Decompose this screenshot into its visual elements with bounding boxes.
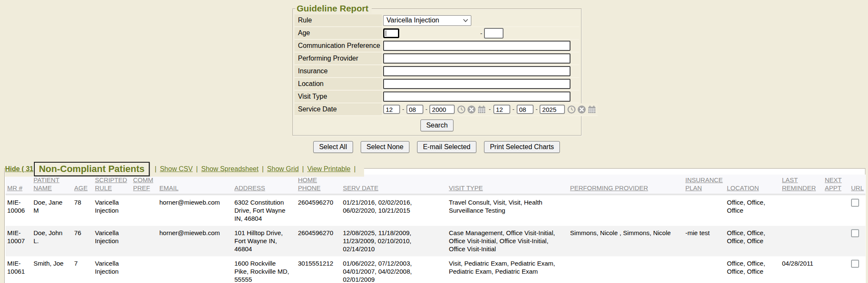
column-header-url[interactable]: URL (849, 175, 865, 194)
print-selected-charts-button[interactable]: Print Selected Charts (484, 141, 560, 153)
show-grid-link[interactable]: Show Grid (267, 165, 299, 173)
column-header-serv-date[interactable]: SERV DATE (341, 175, 447, 194)
time-icon[interactable] (567, 105, 576, 114)
column-header-text: PHONE (298, 184, 320, 191)
column-header-text: URL (851, 184, 864, 191)
cell-performing-provider: Simmons, Nicole , Simmons, Nicole (568, 226, 684, 256)
column-header-scripted-rule[interactable]: SCRIPTEDRULE (93, 175, 131, 194)
hide-results-link[interactable]: Hide ( 31 (5, 165, 33, 173)
column-header-text: INSURANCE (685, 176, 723, 183)
cell-mr: MIE-10061 (6, 256, 32, 283)
date-part-separator: - (402, 106, 404, 113)
cell-scripted-rule: Varicella Injection (93, 226, 131, 256)
column-header-text: AGE (74, 184, 88, 191)
cell-serv-date: 12/08/2025, 11/18/2009, 11/23/2009, 02/1… (341, 226, 447, 256)
age-row: Age - (295, 27, 579, 40)
performing-provider-row: Performing Provider (295, 53, 579, 65)
column-header-text: PLAN (685, 184, 702, 191)
cell-home-phone: 2604596270 (296, 226, 341, 256)
visit-type-label: Visit Type (295, 91, 382, 103)
column-header-performing-provider[interactable]: PERFORMING PROVIDER (568, 175, 684, 194)
column-header-visit-type[interactable]: VISIT TYPE (447, 175, 568, 194)
cell-visit-type: Visit, Pediatric Exam, Pediatric Exam, P… (447, 256, 568, 283)
column-header-next-appt[interactable]: NEXTAPPT (823, 175, 849, 194)
select-patient-checkbox[interactable] (851, 260, 859, 268)
cell-insurance-plan (684, 194, 725, 226)
column-header-text: EMAIL (159, 184, 178, 191)
clear-icon[interactable] (467, 105, 476, 114)
results-title: Non-Compliant Patients (34, 162, 150, 176)
column-header-age[interactable]: AGE (72, 175, 93, 194)
service-date-label: Service Date (295, 103, 382, 116)
select-patient-checkbox[interactable] (851, 199, 859, 207)
chevron-down-icon (463, 19, 468, 22)
selection-actions: Select All Select None E-mail Selected P… (292, 141, 581, 153)
date-range-separator: - (489, 106, 491, 113)
column-header-text: HOME (298, 176, 317, 183)
date-part-separator: - (536, 106, 538, 113)
location-input[interactable] (383, 79, 570, 89)
cell-home-phone: 3015551212 (296, 256, 341, 283)
column-header-text: PERFORMING PROVIDER (570, 184, 648, 191)
calendar-icon[interactable] (587, 105, 596, 114)
cell-comm-pref (131, 256, 158, 283)
service-date-to-year-input[interactable] (540, 105, 565, 114)
column-header-text: PREF (133, 184, 150, 191)
cell-comm-pref (131, 194, 158, 226)
show-csv-link[interactable]: Show CSV (160, 165, 192, 173)
cell-address: 6302 Constitution Drive, Fort Wayne IN, … (233, 194, 296, 226)
insurance-input[interactable] (383, 66, 570, 76)
cell-home-phone: 2604596270 (296, 194, 341, 226)
performing-provider-input[interactable] (383, 53, 570, 64)
cell-visit-type: Travel Consult, Visit, Visit, Health Sur… (447, 194, 568, 226)
age-to-input[interactable] (484, 28, 504, 39)
search-button[interactable]: Search (420, 119, 454, 131)
service-date-from-year-input[interactable] (429, 105, 455, 114)
email-selected-button[interactable]: E-mail Selected (417, 141, 476, 153)
column-header-comm-pref[interactable]: COMMPREF (131, 175, 158, 194)
cell-performing-provider (568, 256, 684, 283)
column-header-location[interactable]: LOCATION (725, 175, 780, 194)
view-printable-link[interactable]: View Printable (307, 165, 351, 173)
date-part-separator: - (426, 106, 428, 113)
patient-row: MIE-10061Smith, Joe7Varicella Injection1… (6, 256, 865, 283)
table-header-row: MR #PATIENTNAMEAGESCRIPTEDRULECOMMPREFEM… (6, 175, 865, 194)
cell-insurance-plan (684, 256, 725, 283)
column-header-last-reminder[interactable]: LASTREMINDER (780, 175, 823, 194)
column-header-text: RULE (95, 184, 112, 191)
select-all-button[interactable]: Select All (313, 141, 353, 153)
column-header-home-phone[interactable]: HOMEPHONE (296, 175, 341, 194)
column-header-insurance-plan[interactable]: INSURANCEPLAN (684, 175, 725, 194)
cell-scripted-rule: Varicella Injection (93, 194, 131, 226)
service-date-to-month-input[interactable] (493, 105, 510, 114)
date-part-separator: - (512, 106, 515, 113)
time-icon[interactable] (457, 105, 466, 114)
select-none-button[interactable]: Select None (361, 141, 409, 153)
patient-row: MIE-10007Doe, John L.76Varicella Injecti… (6, 226, 865, 256)
clear-icon[interactable] (577, 105, 586, 114)
service-date-from-day-input[interactable] (406, 105, 423, 114)
link-separator: | (354, 165, 356, 173)
age-from-input[interactable] (383, 28, 399, 38)
column-header-text: COMM (133, 176, 153, 183)
select-patient-checkbox[interactable] (851, 229, 859, 237)
column-header-text: VISIT TYPE (449, 184, 483, 191)
column-header-address[interactable]: ADDRESS (233, 175, 296, 194)
column-header-mr[interactable]: MR # (6, 175, 32, 194)
rule-row: Rule Varicella Injection (295, 14, 579, 27)
comm-pref-row: Communication Preference (295, 40, 579, 53)
column-header-patient-name[interactable]: PATIENTNAME (32, 175, 72, 194)
cell-next-appt (823, 194, 849, 226)
calendar-icon[interactable] (477, 105, 486, 114)
rule-select[interactable]: Varicella Injection (383, 15, 471, 26)
service-date-to-day-input[interactable] (517, 105, 534, 114)
visit-type-input[interactable] (383, 92, 570, 102)
column-header-text: ADDRESS (234, 184, 265, 191)
comm-pref-input[interactable] (383, 41, 570, 51)
service-date-from-month-input[interactable] (383, 105, 400, 114)
service-date-row: Service Date - - - - - (295, 103, 579, 116)
cell-patient-name: Doe, John L. (32, 226, 72, 256)
show-spreadsheet-link[interactable]: Show Spreadsheet (201, 165, 259, 173)
column-header-text: LOCATION (727, 184, 759, 191)
column-header-email[interactable]: EMAIL (158, 175, 233, 194)
